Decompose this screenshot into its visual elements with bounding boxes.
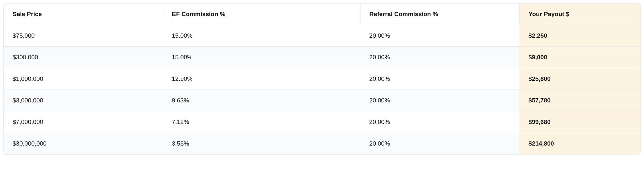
- cell-payout: $9,000: [519, 47, 640, 68]
- cell-ef-commission: 9.63%: [163, 90, 360, 111]
- header-ef-commission: EF Commission %: [163, 4, 360, 25]
- cell-referral-commission: 20.00%: [360, 25, 519, 47]
- cell-payout: $214,800: [519, 133, 640, 155]
- table-row: $7,000,000 7.12% 20.00% $99,680: [4, 111, 640, 133]
- cell-ef-commission: 12.90%: [163, 68, 360, 90]
- cell-referral-commission: 20.00%: [360, 47, 519, 68]
- cell-referral-commission: 20.00%: [360, 111, 519, 133]
- table-row: $30,000,000 3.58% 20.00% $214,800: [4, 133, 640, 155]
- cell-ef-commission: 15.00%: [163, 25, 360, 47]
- table-row: $1,000,000 12.90% 20.00% $25,800: [4, 68, 640, 90]
- cell-payout: $57,780: [519, 90, 640, 111]
- header-sale-price: Sale Price: [4, 4, 163, 25]
- cell-referral-commission: 20.00%: [360, 133, 519, 155]
- cell-referral-commission: 20.00%: [360, 90, 519, 111]
- cell-ef-commission: 3.58%: [163, 133, 360, 155]
- table-header-row: Sale Price EF Commission % Referral Comm…: [4, 4, 640, 25]
- table-row: $75,000 15.00% 20.00% $2,250: [4, 25, 640, 47]
- cell-sale-price: $1,000,000: [4, 68, 163, 90]
- cell-payout: $2,250: [519, 25, 640, 47]
- cell-sale-price: $300,000: [4, 47, 163, 68]
- cell-ef-commission: 15.00%: [163, 47, 360, 68]
- cell-payout: $25,800: [519, 68, 640, 90]
- table-row: $300,000 15.00% 20.00% $9,000: [4, 47, 640, 68]
- header-referral-commission: Referral Commission %: [360, 4, 519, 25]
- payout-table: Sale Price EF Commission % Referral Comm…: [4, 4, 640, 154]
- cell-referral-commission: 20.00%: [360, 68, 519, 90]
- cell-sale-price: $30,000,000: [4, 133, 163, 155]
- cell-sale-price: $3,000,000: [4, 90, 163, 111]
- cell-sale-price: $7,000,000: [4, 111, 163, 133]
- cell-payout: $99,680: [519, 111, 640, 133]
- cell-ef-commission: 7.12%: [163, 111, 360, 133]
- payout-table-wrapper: Sale Price EF Commission % Referral Comm…: [3, 3, 641, 155]
- table-row: $3,000,000 9.63% 20.00% $57,780: [4, 90, 640, 111]
- header-payout: Your Payout $: [519, 4, 640, 25]
- cell-sale-price: $75,000: [4, 25, 163, 47]
